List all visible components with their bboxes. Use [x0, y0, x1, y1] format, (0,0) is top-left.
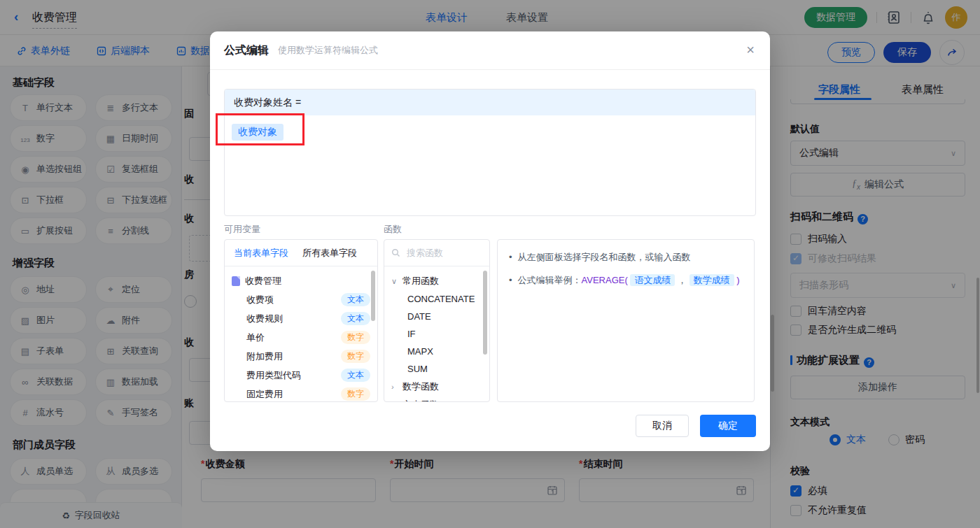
functions-label: 函数 [384, 223, 402, 236]
bullet: • [509, 273, 512, 287]
example-field-chip: 数学成绩 [690, 274, 734, 286]
example-function-name: AVERAGE( [582, 275, 628, 285]
formula-body[interactable]: 收费对象 [225, 115, 755, 149]
tab-current-form-fields[interactable]: 当前表单字段 [234, 247, 288, 259]
variables-label: 可用变量 [224, 223, 260, 236]
formula-field-chip[interactable]: 收费对象 [232, 124, 284, 141]
variable-item[interactable]: 收费项文本 [232, 290, 370, 309]
modal-footer: 取消 确定 [636, 415, 756, 437]
variables-tree-root[interactable]: 收费管理 [232, 272, 370, 290]
variable-item[interactable]: 单价数字 [232, 328, 370, 347]
type-tag-number: 数字 [341, 331, 370, 344]
type-tag-text: 文本 [341, 293, 370, 306]
function-search-input[interactable] [405, 247, 475, 259]
example-field-chip: 语文成绩 [630, 274, 675, 286]
variables-tabs: 当前表单字段 所有表单字段 [225, 240, 377, 266]
bullet: • [509, 250, 512, 264]
type-tag-text: 文本 [341, 369, 370, 382]
function-item[interactable]: IF [391, 325, 482, 343]
modal-header: 公式编辑 使用数学运算符编辑公式 [210, 31, 770, 70]
close-icon[interactable]: × [746, 43, 755, 57]
chevron-right-icon: › [391, 383, 398, 391]
tab-all-form-fields[interactable]: 所有表单字段 [302, 247, 357, 259]
variable-item[interactable]: 收费规则文本 [232, 309, 370, 328]
search-icon [391, 248, 400, 257]
function-item[interactable]: DATE [391, 308, 482, 325]
chevron-right-icon: › [391, 401, 398, 402]
formula-editor-modal: 公式编辑 使用数学运算符编辑公式 × 收费对象姓名 = 收费对象 可用变量 函数… [210, 31, 770, 451]
function-item[interactable]: CONCATENATE [391, 290, 482, 308]
functions-panel: ∨常用函数 CONCATENATE DATE IF MAPX SUM ›数学函数… [384, 239, 490, 402]
type-tag-number: 数字 [341, 350, 370, 363]
function-item[interactable]: MAPX [391, 343, 482, 360]
type-tag-number: 数字 [341, 387, 370, 401]
function-item[interactable]: SUM [391, 360, 482, 378]
variables-panel: 当前表单字段 所有表单字段 收费管理 收费项文本 收费规则文本 单价数字 附加费… [224, 239, 378, 402]
cancel-button[interactable]: 取消 [636, 415, 689, 437]
variable-item[interactable]: 附加费用数字 [232, 347, 370, 366]
tips-panel: • 从左侧面板选择字段名和函数，或输入函数 • 公式编辑举例：AVERAGE( … [497, 239, 755, 402]
app-window: ‹ 收费管理 表单设计 表单设置 数据管理 作 表单外链 后端脚本 [0, 0, 980, 528]
modal-subtitle: 使用数学运算符编辑公式 [278, 44, 378, 57]
functions-scrollbar[interactable] [483, 271, 487, 355]
confirm-button[interactable]: 确定 [700, 415, 756, 437]
formula-editor-box[interactable]: 收费对象姓名 = 收费对象 [224, 89, 756, 216]
variables-scrollbar[interactable] [371, 271, 375, 321]
function-group-text[interactable]: ›文本函数 [391, 396, 482, 402]
variable-item[interactable]: 固定费用数字 [232, 385, 370, 402]
function-group-math[interactable]: ›数学函数 [391, 378, 482, 396]
tip-example-line: • 公式编辑举例：AVERAGE( 语文成绩 ， 数学成绩 ) [509, 273, 743, 287]
function-search [384, 240, 489, 266]
chevron-down-icon: ∨ [391, 277, 398, 286]
function-group-common[interactable]: ∨常用函数 [391, 272, 482, 290]
tip-line: • 从左侧面板选择字段名和函数，或输入函数 [509, 250, 743, 264]
type-tag-text: 文本 [341, 312, 370, 325]
variable-item[interactable]: 费用类型代码文本 [232, 366, 370, 385]
modal-title: 公式编辑 [224, 43, 269, 58]
document-icon [232, 276, 240, 286]
formula-target-row: 收费对象姓名 = [225, 90, 755, 115]
